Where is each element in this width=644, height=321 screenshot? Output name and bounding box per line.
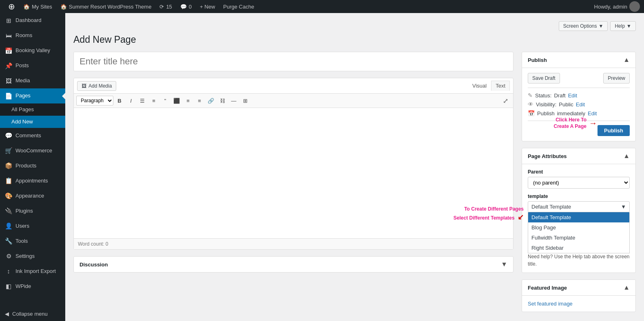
align-left-btn[interactable]: ⬛	[171, 95, 182, 106]
template-select[interactable]: Default Template ▼	[528, 201, 630, 212]
tab-text-label: Text	[496, 83, 505, 89]
wpide-icon: ◧	[5, 282, 12, 290]
sidebar-item-ink[interactable]: ↕ Ink Import Export	[0, 264, 65, 279]
format-select[interactable]: Paragraph	[76, 96, 113, 106]
table-btn[interactable]: ⊞	[240, 95, 250, 106]
wp-logo[interactable]: ⊕	[4, 0, 19, 13]
sidebar-label-users: Users	[15, 222, 29, 230]
preview-btn[interactable]: Preview	[603, 73, 630, 84]
featured-image-toggle-icon: ▲	[623, 284, 630, 291]
sidebar-item-appearance[interactable]: 🎨 Appearance	[0, 188, 65, 203]
template-option-right-sidebar[interactable]: Right Sidebar	[528, 243, 629, 253]
sidebar-item-media[interactable]: 🖼 Media	[0, 73, 65, 88]
expand-btn[interactable]: ⤢	[500, 95, 511, 106]
my-sites-label: My Sites	[32, 4, 52, 10]
visibility-edit-link[interactable]: Edit	[576, 101, 585, 108]
editor-wrap: 🖼 Add Media Visual Text	[73, 78, 513, 250]
sidebar-item-rooms[interactable]: 🛏 Rooms	[0, 28, 65, 43]
link-btn[interactable]: 🔗	[206, 95, 216, 106]
ordered-list-btn[interactable]: ≡	[148, 95, 159, 106]
help-chevron: ▼	[626, 23, 631, 29]
set-featured-image-link[interactable]: Set featured image	[528, 301, 573, 307]
visibility-label: Visibility:	[536, 101, 556, 108]
dashboard-icon: ⊞	[5, 16, 12, 25]
collapse-menu-btn[interactable]: ◀ Collapse menu	[0, 307, 65, 321]
comments-count: 0	[189, 4, 192, 10]
sidebar-item-users[interactable]: 👤 Users	[0, 218, 65, 233]
editor-format-bar: Paragraph B I ☰ ≡ " ⬛ ≡ ≡ 🔗 ⛓ — ⊞ ⤢	[74, 94, 513, 108]
status-label: Status:	[535, 92, 551, 99]
discussion-meta-box: Discussion ▼	[73, 256, 513, 273]
sidebar-label-posts: Posts	[15, 62, 29, 69]
publish-toggle-icon: ▲	[623, 56, 630, 64]
publish-panel-header[interactable]: Publish ▲	[522, 52, 635, 68]
screen-options-btn[interactable]: Screen Options ▼	[559, 21, 608, 31]
featured-image-header[interactable]: Featured Image ▲	[522, 280, 635, 296]
unlink-btn[interactable]: ⛓	[217, 95, 228, 106]
sidebar-item-tools[interactable]: 🔧 Tools	[0, 233, 65, 248]
add-media-icon: 🖼	[82, 83, 86, 89]
tab-visual[interactable]: Visual	[468, 81, 491, 91]
template-option-fullwidth[interactable]: Fullwidth Template	[528, 233, 629, 243]
sidebar-item-booking-valley[interactable]: 📅 Booking Valley	[0, 43, 65, 58]
annotation-line1: To Create Different Pages	[464, 206, 524, 212]
updates-menu[interactable]: ⟳ 15	[155, 0, 176, 13]
page-attributes-body: Parent (no parent) Home About To Create …	[522, 164, 635, 273]
page-attributes-header[interactable]: Page Attributes ▲	[522, 148, 635, 164]
help-btn[interactable]: Help ▼	[610, 21, 636, 31]
save-draft-btn[interactable]: Save Draft	[528, 73, 560, 84]
publish-panel-body: Save Draft Preview ✎ Status: Draft Edit	[522, 68, 635, 141]
site-name-label: Summer Resort WordPress Theme	[69, 4, 152, 10]
sidebar-label-add-new: Add New	[11, 118, 33, 125]
purge-cache-btn[interactable]: Purge Cache	[219, 0, 258, 13]
annotation-line2: Create A Page	[554, 123, 586, 129]
visibility-value: Public	[559, 101, 573, 108]
align-center-btn[interactable]: ≡	[183, 95, 193, 106]
bold-btn[interactable]: B	[114, 95, 125, 106]
sidebar-item-dashboard[interactable]: ⊞ Dashboard	[0, 13, 65, 28]
template-option-blog[interactable]: Blog Page	[528, 222, 629, 233]
sidebar-item-pages[interactable]: 📄 Pages	[0, 88, 65, 103]
save-draft-label: Save Draft	[532, 75, 555, 81]
italic-btn[interactable]: I	[126, 95, 136, 106]
discussion-header[interactable]: Discussion ▼	[74, 257, 513, 272]
more-btn[interactable]: —	[228, 95, 239, 106]
content-layout: 🖼 Add Media Visual Text	[73, 52, 636, 319]
tools-icon: 🔧	[5, 237, 12, 245]
sidebar-label-wpide: WPide	[15, 283, 31, 290]
sidebar-sub-all-pages[interactable]: All Pages	[0, 103, 65, 116]
parent-select[interactable]: (no parent) Home About	[528, 177, 630, 189]
users-icon: 👤	[5, 222, 12, 230]
sidebar-item-products[interactable]: 📦 Products	[0, 158, 65, 173]
tab-text[interactable]: Text	[491, 81, 510, 91]
sidebar-item-plugins[interactable]: 🔌 Plugins	[0, 203, 65, 218]
discussion-toggle-icon: ▼	[501, 261, 507, 268]
wordpress-icon: ⊕	[8, 2, 15, 11]
comments-menu[interactable]: 💬 0	[176, 0, 196, 13]
publish-time-edit-link[interactable]: Edit	[588, 110, 597, 117]
publish-panel-title: Publish	[528, 57, 547, 63]
sidebar-sub-add-new[interactable]: Add New	[0, 116, 65, 128]
blockquote-btn[interactable]: "	[160, 95, 170, 106]
unordered-list-btn[interactable]: ☰	[137, 95, 148, 106]
status-edit-link[interactable]: Edit	[568, 92, 577, 99]
sidebar-item-woocommerce[interactable]: 🛒 WooCommerce	[0, 143, 65, 158]
add-media-btn[interactable]: 🖼 Add Media	[77, 81, 116, 91]
sidebar-item-posts[interactable]: 📌 Posts	[0, 58, 65, 73]
site-name-menu[interactable]: 🏠 Summer Resort WordPress Theme	[56, 0, 156, 13]
sidebar-item-comments[interactable]: 💬 Comments	[0, 128, 65, 143]
new-menu[interactable]: + New	[196, 0, 219, 13]
comments-side-icon: 💬	[5, 131, 12, 140]
page-title-input[interactable]	[73, 52, 513, 71]
sidebar-item-settings[interactable]: ⚙ Settings	[0, 248, 65, 264]
screen-options-label: Screen Options	[563, 23, 597, 29]
home-icon: 🏠	[23, 4, 30, 10]
template-chevron: ▼	[621, 204, 626, 210]
sidebar-item-wpide[interactable]: ◧ WPide	[0, 279, 65, 294]
publish-btn[interactable]: Publish	[598, 125, 630, 136]
my-sites-menu[interactable]: 🏠 My Sites	[19, 0, 56, 13]
sidebar-item-appointments[interactable]: 📋 Appointments	[0, 173, 65, 188]
template-option-default[interactable]: Default Template	[528, 212, 629, 222]
align-right-btn[interactable]: ≡	[194, 95, 205, 106]
status-icon: ✎	[528, 92, 533, 99]
